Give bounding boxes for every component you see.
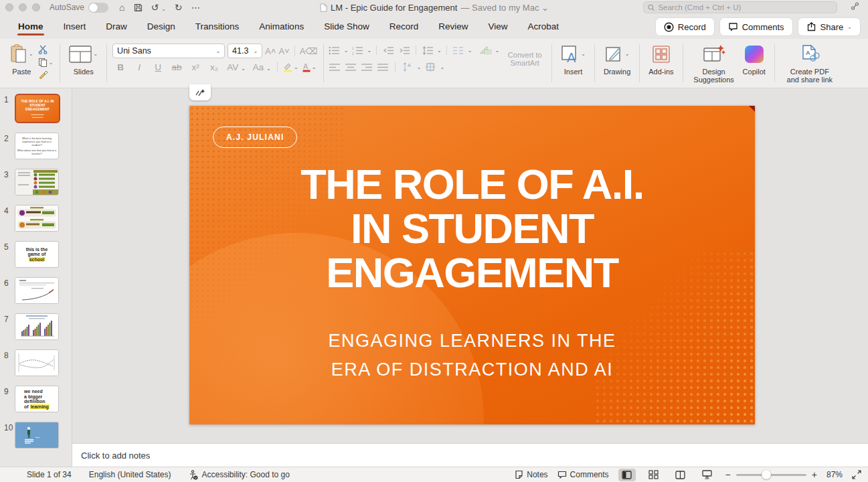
search-box[interactable]: [643, 1, 837, 13]
notes-toggle-button[interactable]: Notes: [515, 470, 547, 479]
saved-status[interactable]: — Saved to my Mac ⌄: [460, 3, 549, 13]
smartart-chevron[interactable]: ⌄: [495, 48, 500, 54]
author-badge[interactable]: A.J. JULIANI: [213, 127, 297, 148]
tab-insert[interactable]: Insert: [54, 16, 96, 37]
align-text-button[interactable]: [424, 61, 437, 73]
zoom-slider[interactable]: [736, 474, 806, 476]
notes-pane[interactable]: Click to add notes: [72, 443, 868, 467]
record-button[interactable]: Record: [656, 18, 714, 35]
slide-show-button[interactable]: [699, 469, 716, 481]
home-icon[interactable]: ⌂: [119, 3, 124, 12]
tab-review[interactable]: Review: [428, 16, 478, 37]
design-suggestions-button[interactable]: Design Suggestions: [689, 42, 740, 85]
format-painter-button[interactable]: [38, 69, 54, 81]
comments-toggle-button[interactable]: Comments: [557, 470, 609, 479]
line-spacing-button[interactable]: [421, 44, 434, 56]
tab-record[interactable]: Record: [379, 16, 429, 37]
slide-thumbnail-4[interactable]: [15, 205, 59, 232]
tab-transitions[interactable]: Transitions: [185, 16, 250, 37]
fit-slide-button[interactable]: [852, 470, 861, 479]
superscript-button[interactable]: x²: [187, 62, 203, 72]
zoom-window-button[interactable]: [32, 3, 40, 11]
change-case-button[interactable]: Aa ⌄: [250, 62, 273, 72]
zoom-out-button[interactable]: −: [725, 469, 731, 480]
undo-button[interactable]: ↺ ⌄: [151, 3, 166, 12]
tab-animations[interactable]: Animations: [249, 16, 314, 37]
tab-design[interactable]: Design: [137, 16, 185, 37]
bullets-button[interactable]: [328, 44, 341, 56]
tab-view[interactable]: View: [479, 16, 518, 37]
comment-flag[interactable]: [749, 106, 755, 112]
subscript-button[interactable]: x₂: [206, 62, 222, 72]
share-button[interactable]: Share ⌄: [798, 18, 860, 35]
new-slide-button[interactable]: ⌄ Slides: [66, 42, 101, 77]
slide-sorter-view-button[interactable]: [645, 469, 663, 481]
slide-thumbnail-3[interactable]: [15, 169, 59, 195]
autosave-toggle[interactable]: [88, 3, 108, 13]
columns-chevron[interactable]: ⌄: [468, 48, 472, 54]
strikethrough-button[interactable]: ab: [169, 62, 185, 72]
bullets-chevron[interactable]: ⌄: [344, 48, 349, 54]
zoom-in-button[interactable]: +: [812, 469, 817, 480]
insert-text-box-button[interactable]: A ⌄ Insert: [557, 42, 589, 77]
insert-chevron[interactable]: ⌄: [581, 50, 586, 58]
paste-button[interactable]: ⌄ Paste: [7, 42, 37, 77]
slide-thumbnail-8[interactable]: [15, 349, 59, 376]
character-spacing-button[interactable]: AV ⌄: [225, 62, 248, 72]
close-window-button[interactable]: [5, 3, 13, 11]
align-right-button[interactable]: [360, 61, 373, 73]
slide-title[interactable]: THE ROLE OF A.I. IN STUDENT ENGAGEMENT: [189, 162, 755, 295]
numbering-chevron[interactable]: ⌄: [367, 48, 371, 54]
create-pdf-button[interactable]: A Create PDF and share link: [780, 42, 839, 85]
underline-button[interactable]: U: [150, 62, 166, 72]
normal-view-button[interactable]: [618, 469, 636, 481]
align-left-button[interactable]: [328, 61, 341, 73]
text-direction-chevron[interactable]: ⌄: [417, 64, 422, 70]
cut-button[interactable]: [38, 44, 54, 56]
font-color-button[interactable]: A ⌄: [301, 62, 317, 72]
addins-button[interactable]: Add-ins: [645, 42, 677, 77]
comments-button[interactable]: Comments: [720, 18, 792, 35]
align-text-chevron[interactable]: ⌄: [440, 64, 444, 70]
justify-button[interactable]: [376, 61, 389, 73]
columns-button[interactable]: [452, 44, 465, 56]
slide-canvas[interactable]: A.J. JULIANI THE ROLE OF A.I. IN STUDENT…: [72, 88, 868, 443]
highlight-color-button[interactable]: ⌄: [282, 62, 298, 72]
clear-formatting-button[interactable]: A⌫: [300, 46, 318, 56]
convert-smartart-label[interactable]: Convert to SmartArt: [501, 42, 549, 86]
copy-button[interactable]: ⌄: [38, 56, 54, 68]
increase-font-size-button[interactable]: A˄: [265, 46, 276, 56]
slide-1-editing-surface[interactable]: A.J. JULIANI THE ROLE OF A.I. IN STUDENT…: [189, 106, 755, 424]
tab-home[interactable]: Home: [8, 16, 54, 37]
font-size-select[interactable]: 41.3⌄: [228, 44, 262, 58]
paste-chevron[interactable]: ⌄: [29, 50, 33, 58]
text-direction-button[interactable]: A: [401, 61, 414, 73]
language-indicator[interactable]: English (United States): [89, 470, 171, 479]
redo-button[interactable]: ↻: [175, 3, 183, 12]
minimize-window-button[interactable]: [19, 3, 27, 11]
slide-thumbnail-9[interactable]: we need a bigger definition of learning: [15, 386, 59, 412]
tab-acrobat[interactable]: Acrobat: [518, 16, 570, 37]
new-slide-chevron[interactable]: ⌄: [93, 50, 98, 58]
slide-thumbnail-10[interactable]: [15, 422, 59, 449]
bold-button[interactable]: B: [112, 62, 128, 72]
drawing-chevron[interactable]: ⌄: [625, 50, 630, 58]
decrease-indent-button[interactable]: [381, 44, 395, 56]
presence-share-icon[interactable]: [850, 2, 860, 11]
tab-draw[interactable]: Draw: [96, 16, 137, 37]
save-icon[interactable]: [134, 3, 143, 12]
slide-counter[interactable]: Slide 1 of 34: [27, 470, 72, 479]
increase-indent-button[interactable]: [398, 44, 411, 56]
accessibility-status[interactable]: Accessibility: Good to go: [188, 470, 289, 480]
smartart-button[interactable]: [479, 44, 493, 56]
zoom-slider-handle[interactable]: [762, 470, 771, 479]
decrease-font-size-button[interactable]: A˅: [278, 46, 289, 56]
slide-thumbnail-1[interactable]: THE ROLE OF A.I. IN STUDENT ENGAGEMENT ▂…: [15, 94, 60, 123]
slide-thumbnail-6[interactable]: [15, 277, 59, 304]
search-input[interactable]: [658, 3, 833, 11]
copilot-button[interactable]: Copilot: [740, 42, 769, 77]
more-commands-icon[interactable]: ⋯: [191, 3, 201, 12]
zoom-percentage[interactable]: 87%: [827, 470, 843, 479]
numbering-button[interactable]: 12: [351, 44, 364, 56]
tab-slide-show[interactable]: Slide Show: [314, 16, 379, 37]
